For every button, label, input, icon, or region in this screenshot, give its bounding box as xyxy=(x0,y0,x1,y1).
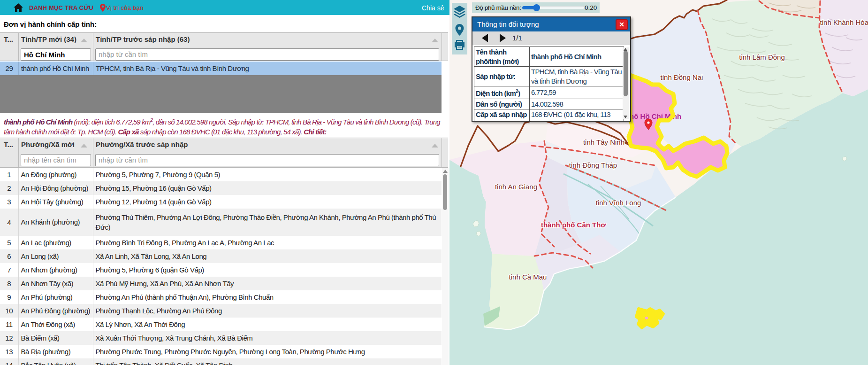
svg-text:tỉnh Khánh Hòa: tỉnh Khánh Hòa xyxy=(820,18,868,26)
svg-text:tỉnh An Giang: tỉnh An Giang xyxy=(495,183,537,191)
svg-text:tỉnh Vĩnh Long: tỉnh Vĩnh Long xyxy=(596,199,641,207)
svg-text:thành phố Cần Thơ: thành phố Cần Thơ xyxy=(541,221,606,229)
svg-text:tỉnh Tây Ninh: tỉnh Tây Ninh xyxy=(583,138,624,146)
svg-text:tỉnh Đồng Tháp: tỉnh Đồng Tháp xyxy=(569,161,617,169)
svg-text:tỉnh Đồng Nai: tỉnh Đồng Nai xyxy=(661,73,703,81)
svg-text:tỉnh Cà Mau: tỉnh Cà Mau xyxy=(509,273,547,281)
svg-text:tỉnh Lâm Đồng: tỉnh Lâm Đồng xyxy=(739,53,785,61)
